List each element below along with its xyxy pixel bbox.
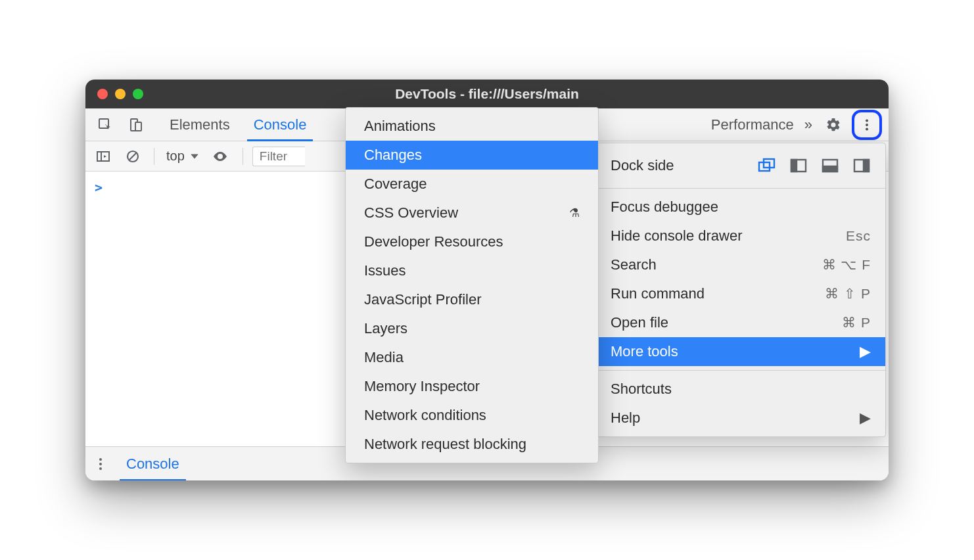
svg-point-9 <box>99 458 102 461</box>
svg-rect-2 <box>135 122 141 131</box>
submenu-coverage[interactable]: Coverage <box>346 170 598 198</box>
window-maximize-icon[interactable] <box>133 89 143 99</box>
menu-separator <box>596 370 885 371</box>
dock-side-label: Dock side <box>611 157 746 174</box>
window-minimize-icon[interactable] <box>115 89 126 99</box>
menu-dock-side: Dock side <box>596 147 885 184</box>
dock-left-icon[interactable] <box>789 158 808 174</box>
menu-shortcuts[interactable]: Shortcuts <box>596 375 885 404</box>
submenu-javascript-profiler[interactable]: JavaScript Profiler <box>346 285 598 314</box>
svg-point-4 <box>866 123 868 126</box>
settings-gear-icon[interactable] <box>819 108 848 141</box>
toggle-sidebar-icon[interactable] <box>91 141 116 171</box>
menu-run-command[interactable]: Run command⌘ ⇧ P <box>596 279 885 308</box>
separator <box>243 148 243 165</box>
experiment-flask-icon: ⚗ <box>569 206 580 220</box>
traffic-lights <box>97 89 143 99</box>
submenu-issues[interactable]: Issues <box>346 256 598 285</box>
drawer-tab-console[interactable]: Console <box>116 447 190 480</box>
menu-help[interactable]: Help▶ <box>596 404 885 432</box>
dock-undock-icon[interactable] <box>758 158 776 174</box>
window-title: DevTools - file:///Users/main <box>85 86 889 102</box>
context-value: top <box>166 149 185 164</box>
menu-separator <box>596 188 885 189</box>
tab-performance[interactable]: Performance <box>699 108 798 141</box>
more-options-kebab-icon[interactable] <box>852 110 882 140</box>
console-prompt-icon: > <box>95 179 103 195</box>
clear-console-icon[interactable] <box>121 141 145 171</box>
svg-rect-19 <box>864 160 869 172</box>
live-expression-eye-icon[interactable] <box>207 141 233 171</box>
submenu-arrow-icon: ▶ <box>860 343 871 360</box>
devtools-window: DevTools - file:///Users/main Elements C… <box>85 80 889 480</box>
separator <box>154 148 154 165</box>
submenu-arrow-icon: ▶ <box>860 409 871 427</box>
menu-more-tools[interactable]: More tools▶ <box>596 337 885 366</box>
svg-line-8 <box>129 152 137 160</box>
svg-point-3 <box>866 119 868 122</box>
svg-rect-17 <box>823 166 837 172</box>
submenu-layers[interactable]: Layers <box>346 314 598 343</box>
svg-rect-6 <box>97 152 109 161</box>
svg-point-5 <box>866 128 868 130</box>
titlebar: DevTools - file:///Users/main <box>85 80 889 108</box>
menu-hide-console-drawer[interactable]: Hide console drawerEsc <box>596 222 885 250</box>
submenu-css-overview[interactable]: CSS Overview⚗ <box>346 198 598 227</box>
menu-search[interactable]: Search⌘ ⌥ F <box>596 250 885 279</box>
filter-input[interactable] <box>252 147 305 166</box>
submenu-network-conditions[interactable]: Network conditions <box>346 401 598 430</box>
context-selector[interactable]: top <box>164 149 202 164</box>
menu-open-file[interactable]: Open file⌘ P <box>596 308 885 337</box>
svg-point-10 <box>99 463 102 465</box>
dock-right-icon[interactable] <box>852 158 871 174</box>
dock-bottom-icon[interactable] <box>821 158 839 174</box>
svg-rect-15 <box>791 160 797 172</box>
device-toolbar-icon[interactable] <box>121 108 150 141</box>
menu-focus-debuggee[interactable]: Focus debuggee <box>596 193 885 222</box>
main-menu: Dock side Focus debuggee Hide console dr… <box>595 143 886 437</box>
inspect-element-icon[interactable] <box>91 108 120 141</box>
chevron-down-icon <box>190 152 199 160</box>
submenu-network-request-blocking[interactable]: Network request blocking <box>346 430 598 459</box>
submenu-animations[interactable]: Animations <box>346 112 598 141</box>
submenu-memory-inspector[interactable]: Memory Inspector <box>346 372 598 401</box>
drawer-kebab-icon[interactable] <box>85 447 116 480</box>
tab-console[interactable]: Console <box>242 108 319 141</box>
svg-point-11 <box>99 467 102 470</box>
more-tools-submenu: Animations Changes Coverage CSS Overview… <box>345 107 599 463</box>
tabs-overflow[interactable]: » <box>798 108 819 141</box>
tab-elements[interactable]: Elements <box>158 108 242 141</box>
submenu-developer-resources[interactable]: Developer Resources <box>346 227 598 256</box>
window-close-icon[interactable] <box>97 89 108 99</box>
submenu-media[interactable]: Media <box>346 343 598 372</box>
submenu-changes[interactable]: Changes <box>346 141 598 170</box>
